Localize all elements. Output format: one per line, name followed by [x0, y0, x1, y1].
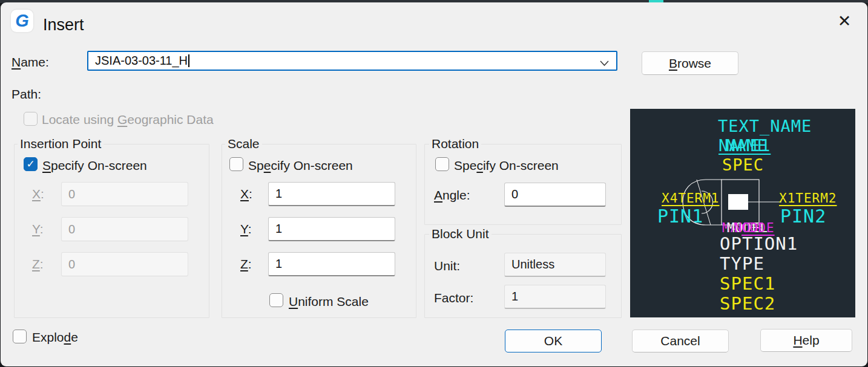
- preview-name-overlap-b: NAME1: [718, 136, 771, 155]
- insertion-y-field: [61, 217, 188, 241]
- angle-label: Angle:: [434, 188, 470, 203]
- insertion-x-label: X:: [32, 187, 44, 201]
- geographic-data-label: Locate using Geographic Data: [42, 112, 214, 127]
- app-logo-icon: G: [11, 10, 33, 32]
- scale-y-field: [268, 217, 395, 241]
- ok-button[interactable]: OK: [505, 330, 602, 352]
- scale-specify-onscreen-label: Specify On-screen: [248, 158, 353, 173]
- rotation-specify-onscreen-checkbox[interactable]: [435, 157, 449, 171]
- insertion-y-label: Y:: [32, 222, 44, 236]
- name-label: Name:: [12, 55, 49, 70]
- block-name-combobox[interactable]: JSIA-03-03-11_H: [87, 51, 617, 71]
- close-icon[interactable]: ✕: [833, 11, 855, 31]
- insert-dialog-screen: G Insert ✕ Name: JSIA-03-03-11_H Browse …: [0, 0, 868, 367]
- factor-field: [504, 285, 606, 309]
- preview-spec2: SPEC2: [720, 293, 775, 314]
- rotation-title: Rotation: [429, 137, 481, 151]
- uniform-scale-checkbox[interactable]: [269, 293, 283, 307]
- block-name-value: JSIA-03-03-11_H: [95, 52, 189, 70]
- insertion-z-label: Z:: [32, 257, 44, 271]
- scale-specify-onscreen-checkbox[interactable]: [229, 157, 243, 171]
- explode-checkbox[interactable]: [13, 330, 27, 343]
- insertion-specify-onscreen-label: Specify On-screen: [42, 158, 147, 173]
- preview-x4term1: X4TERM1: [662, 191, 720, 206]
- help-button[interactable]: Help: [760, 329, 852, 352]
- scale-z-label: Z:: [240, 257, 252, 271]
- dialog-title: Insert: [43, 16, 84, 34]
- preview-pin2: PIN2: [780, 206, 826, 227]
- unit-label: Unit:: [434, 259, 460, 273]
- scale-y-label: Y:: [240, 222, 252, 236]
- geographic-data-checkbox: [24, 112, 38, 126]
- path-label: Path:: [12, 87, 41, 102]
- scale-z-field: [268, 252, 395, 276]
- insert-dialog: G Insert ✕ Name: JSIA-03-03-11_H Browse …: [1, 2, 867, 366]
- preview-x1term2: X1TERM2: [779, 191, 837, 206]
- uniform-scale-label: Uniform Scale: [289, 294, 369, 309]
- scale-title: Scale: [225, 137, 262, 151]
- insertion-x-field: [61, 182, 188, 206]
- explode-label: Explode: [32, 330, 78, 345]
- scale-x-label: X:: [240, 187, 252, 201]
- preview-type: TYPE: [720, 253, 764, 274]
- preview-spec: SPEC: [722, 155, 764, 174]
- factor-label: Factor:: [434, 291, 473, 305]
- preview-text-name: TEXT_NAME: [718, 117, 812, 135]
- angle-field: [504, 183, 606, 207]
- insertion-point-title: Insertion Point: [18, 137, 104, 151]
- unit-field: [504, 253, 606, 277]
- block-unit-title: Block Unit: [429, 227, 492, 241]
- cancel-button[interactable]: Cancel: [632, 330, 729, 352]
- chevron-down-icon[interactable]: [600, 58, 609, 69]
- browse-button[interactable]: Browse: [642, 51, 738, 75]
- preview-pin1: PIN1: [657, 206, 703, 227]
- preview-option1: OPTION1: [720, 233, 798, 254]
- scale-x-field: [268, 182, 395, 206]
- block-preview-panel: TEXT_NAME NAME NAME1 SPEC X4TERM1 X1TERM…: [630, 109, 855, 317]
- insertion-z-field: [61, 252, 188, 276]
- text-caret: [188, 54, 189, 67]
- preview-spec1: SPEC1: [720, 273, 775, 294]
- insertion-specify-onscreen-checkbox[interactable]: [24, 157, 38, 171]
- rotation-specify-onscreen-label: Specify On-screen: [454, 158, 559, 173]
